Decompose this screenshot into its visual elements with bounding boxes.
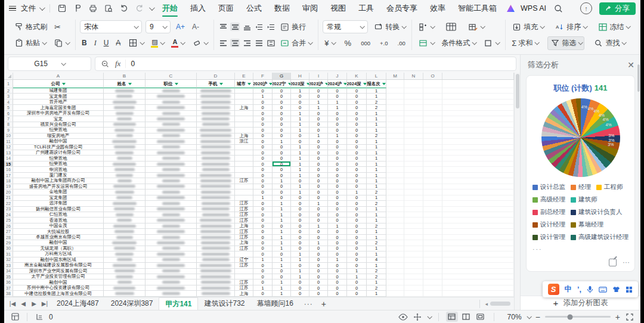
cell-O21[interactable] xyxy=(423,195,442,201)
distribute-icon[interactable] xyxy=(266,39,275,47)
row-header-20[interactable]: 20 xyxy=(4,190,13,195)
cell-B13[interactable] xyxy=(104,150,145,156)
cell-L17[interactable]: 1 xyxy=(367,173,386,178)
cell-I23[interactable]: 0 xyxy=(309,207,328,212)
cell-I7[interactable]: 0 xyxy=(309,116,328,122)
cell-L37[interactable]: 2 xyxy=(367,285,386,291)
cell-N4[interactable] xyxy=(404,100,423,105)
font-color-button[interactable]: A xyxy=(169,38,186,49)
cell-H17[interactable]: 1 xyxy=(291,173,309,178)
cell-H3[interactable]: 0 xyxy=(291,94,309,99)
cell-C31[interactable] xyxy=(145,251,197,257)
cell-H37[interactable]: 0 xyxy=(291,285,309,291)
cell-K17[interactable]: 0 xyxy=(347,173,367,178)
cell-L16[interactable]: 1 xyxy=(367,167,386,172)
comma-style-button[interactable]: 000 xyxy=(359,39,372,48)
cell-K33[interactable]: 0 xyxy=(347,263,367,268)
cell-C16[interactable] xyxy=(145,167,197,172)
legend-item[interactable]: 高级建筑设计经理 xyxy=(571,233,628,241)
cell-E2[interactable] xyxy=(235,88,253,94)
cell-M2[interactable] xyxy=(386,88,404,94)
cell-M3[interactable] xyxy=(386,94,404,99)
cell-K15[interactable]: 0 xyxy=(347,162,367,167)
column-header-C[interactable]: C xyxy=(145,73,197,79)
cell-I17[interactable]: 0 xyxy=(309,173,328,178)
cell-E20[interactable] xyxy=(235,190,253,195)
highlight-color-button[interactable]: ▨ xyxy=(149,38,166,49)
cell-D35[interactable] xyxy=(197,274,235,279)
row-header-16[interactable]: 16 xyxy=(4,167,13,172)
decrease-indent-icon[interactable] xyxy=(254,23,264,31)
cell-A28[interactable]: 卓越置业南京有限公司 xyxy=(13,235,104,240)
cell-M24[interactable] xyxy=(386,212,404,218)
cell-L8[interactable]: 1 xyxy=(367,122,386,128)
cell-C8[interactable] xyxy=(145,122,197,128)
percent-button[interactable]: % xyxy=(343,38,354,48)
zoom-out-icon[interactable]: − xyxy=(535,312,540,322)
cell-E4[interactable] xyxy=(235,100,253,105)
cell-B28[interactable] xyxy=(104,235,145,240)
cell-O19[interactable] xyxy=(423,184,442,190)
cell-I11[interactable]: 0 xyxy=(309,139,328,144)
cell-A2[interactable]: 城建集团 xyxy=(13,88,104,94)
cell-F14[interactable]: 0 xyxy=(253,156,273,161)
cell-B2[interactable] xyxy=(104,88,145,94)
cell-D34[interactable] xyxy=(197,269,235,274)
cell-I34[interactable]: 0 xyxy=(309,269,328,274)
cell-F13[interactable]: 0 xyxy=(253,150,273,156)
table-style-icon[interactable] xyxy=(444,21,458,33)
cell-N11[interactable] xyxy=(404,139,423,144)
cell-I12[interactable]: 0 xyxy=(309,145,328,150)
filter-dropdown-icon[interactable] xyxy=(128,83,132,85)
cell-G5[interactable]: 0 xyxy=(273,105,291,110)
cell-D26[interactable] xyxy=(197,223,235,229)
legend-item[interactable]: 工程师 xyxy=(596,183,623,191)
cell-H12[interactable]: 1 xyxy=(291,145,309,150)
cell-E7[interactable] xyxy=(235,116,253,122)
cell-H25[interactable]: 0 xyxy=(291,218,309,223)
delete-cells-icon[interactable] xyxy=(416,37,436,49)
cell-K29[interactable]: 0 xyxy=(347,240,367,246)
cell-I38[interactable]: 0 xyxy=(309,291,328,296)
cell-L15[interactable]: 1 xyxy=(367,162,386,167)
cell-H35[interactable]: 1 xyxy=(291,274,309,279)
cell-A30[interactable]: 无锡龙湖（离职） xyxy=(13,246,104,251)
italic-button[interactable]: I xyxy=(92,38,98,49)
cell-I8[interactable]: 0 xyxy=(309,122,328,128)
cell-F15[interactable]: 0 xyxy=(253,162,273,167)
cell-D5[interactable] xyxy=(197,105,235,110)
cell-N33[interactable] xyxy=(404,263,423,268)
cell-N16[interactable] xyxy=(404,167,423,172)
cell-O26[interactable] xyxy=(423,223,442,229)
row-header-32[interactable]: 32 xyxy=(4,257,13,263)
cell-C33[interactable] xyxy=(145,263,197,268)
cell-H15[interactable]: 1 xyxy=(291,162,309,167)
bold-button[interactable]: B xyxy=(80,38,89,48)
column-header-M[interactable]: M xyxy=(386,73,404,79)
cell-C4[interactable] xyxy=(145,100,197,105)
column-header-G[interactable]: G xyxy=(273,73,291,79)
cell-O3[interactable] xyxy=(423,94,442,99)
cell-I9[interactable]: 0 xyxy=(309,128,328,133)
cell-E5[interactable]: 上海 xyxy=(235,105,253,110)
cell-L7[interactable]: 1 xyxy=(367,116,386,122)
cell-K25[interactable]: 0 xyxy=(347,218,367,223)
cell-M18[interactable] xyxy=(386,178,404,184)
menu-tab[interactable]: 数据 xyxy=(274,1,290,16)
cell-M35[interactable] xyxy=(386,274,404,279)
cell-E22[interactable]: 江苏 xyxy=(235,201,253,206)
legend-item[interactable]: 幕墙经理 xyxy=(571,220,603,229)
filter-button[interactable]: 筛选 xyxy=(547,36,584,50)
cell-J27[interactable]: 0 xyxy=(328,229,347,234)
header-cell-G[interactable]: 2022宁 xyxy=(273,80,291,88)
cell-J19[interactable]: 0 xyxy=(328,184,347,190)
cell-L20[interactable]: 2 xyxy=(367,190,386,195)
cell-B35[interactable] xyxy=(104,274,145,279)
zoom-in-icon[interactable]: + xyxy=(615,312,620,322)
justify-icon[interactable] xyxy=(254,39,264,47)
ime-punctuation-icon[interactable]: ’, xyxy=(577,285,581,294)
cell-L19[interactable]: 1 xyxy=(367,184,386,190)
add-sheet-icon[interactable]: + xyxy=(318,299,330,309)
header-cell-O[interactable] xyxy=(423,80,442,88)
cell-I25[interactable]: 0 xyxy=(309,218,328,223)
